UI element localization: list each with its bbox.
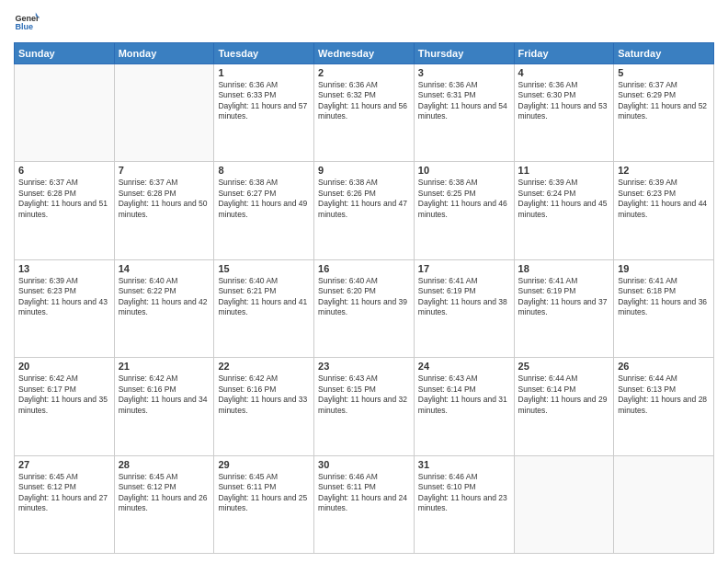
day-number: 4 (518, 67, 610, 78)
calendar-cell: 6Sunrise: 6:37 AM Sunset: 6:28 PM Daylig… (15, 162, 115, 259)
weekday-header-saturday: Saturday (614, 43, 714, 64)
calendar-cell: 29Sunrise: 6:45 AM Sunset: 6:11 PM Dayli… (214, 455, 314, 553)
day-number: 16 (318, 263, 410, 274)
weekday-header-thursday: Thursday (414, 43, 514, 64)
calendar-week-2: 6Sunrise: 6:37 AM Sunset: 6:28 PM Daylig… (15, 162, 714, 259)
calendar-table: SundayMondayTuesdayWednesdayThursdayFrid… (14, 42, 714, 554)
cell-info: Sunrise: 6:42 AM Sunset: 6:17 PM Dayligh… (18, 373, 110, 416)
calendar-week-1: 1Sunrise: 6:36 AM Sunset: 6:33 PM Daylig… (15, 64, 714, 162)
svg-text:Blue: Blue (15, 22, 33, 31)
day-number: 15 (218, 263, 310, 274)
calendar-cell: 23Sunrise: 6:43 AM Sunset: 6:15 PM Dayli… (314, 358, 415, 455)
header: General Blue (14, 9, 714, 35)
day-number: 7 (119, 165, 210, 176)
calendar-cell: 11Sunrise: 6:39 AM Sunset: 6:24 PM Dayli… (514, 162, 614, 259)
calendar-cell: 22Sunrise: 6:42 AM Sunset: 6:16 PM Dayli… (214, 358, 314, 455)
cell-info: Sunrise: 6:45 AM Sunset: 6:12 PM Dayligh… (18, 472, 110, 514)
cell-info: Sunrise: 6:40 AM Sunset: 6:20 PM Dayligh… (318, 276, 410, 318)
cell-info: Sunrise: 6:36 AM Sunset: 6:33 PM Dayligh… (218, 80, 310, 122)
calendar-cell: 28Sunrise: 6:45 AM Sunset: 6:12 PM Dayli… (114, 455, 214, 553)
calendar-cell: 21Sunrise: 6:42 AM Sunset: 6:16 PM Dayli… (114, 358, 214, 455)
calendar-cell (514, 455, 614, 553)
calendar-cell: 14Sunrise: 6:40 AM Sunset: 6:22 PM Dayli… (114, 259, 214, 357)
cell-info: Sunrise: 6:39 AM Sunset: 6:23 PM Dayligh… (18, 276, 110, 318)
day-number: 25 (518, 361, 610, 372)
calendar-cell: 26Sunrise: 6:44 AM Sunset: 6:13 PM Dayli… (614, 358, 714, 455)
day-number: 28 (119, 459, 210, 470)
cell-info: Sunrise: 6:36 AM Sunset: 6:32 PM Dayligh… (318, 80, 410, 122)
calendar-cell: 17Sunrise: 6:41 AM Sunset: 6:19 PM Dayli… (414, 259, 514, 357)
cell-info: Sunrise: 6:37 AM Sunset: 6:28 PM Dayligh… (18, 178, 110, 220)
calendar-cell: 25Sunrise: 6:44 AM Sunset: 6:14 PM Dayli… (514, 358, 614, 455)
cell-info: Sunrise: 6:36 AM Sunset: 6:30 PM Dayligh… (518, 80, 610, 122)
day-number: 24 (418, 361, 510, 372)
calendar-week-5: 27Sunrise: 6:45 AM Sunset: 6:12 PM Dayli… (15, 455, 714, 553)
weekday-header-monday: Monday (114, 43, 214, 64)
cell-info: Sunrise: 6:38 AM Sunset: 6:27 PM Dayligh… (218, 178, 310, 220)
cell-info: Sunrise: 6:42 AM Sunset: 6:16 PM Dayligh… (218, 373, 310, 416)
day-number: 6 (18, 165, 110, 176)
cell-info: Sunrise: 6:41 AM Sunset: 6:19 PM Dayligh… (518, 276, 610, 318)
weekday-header-tuesday: Tuesday (214, 43, 314, 64)
cell-info: Sunrise: 6:41 AM Sunset: 6:19 PM Dayligh… (418, 276, 510, 318)
day-number: 10 (418, 165, 510, 176)
day-number: 19 (618, 263, 710, 274)
calendar-cell: 19Sunrise: 6:41 AM Sunset: 6:18 PM Dayli… (614, 259, 714, 357)
day-number: 3 (418, 67, 510, 78)
calendar-cell (114, 64, 214, 162)
day-number: 13 (18, 263, 110, 274)
cell-info: Sunrise: 6:37 AM Sunset: 6:28 PM Dayligh… (119, 178, 210, 220)
logo: General Blue (14, 9, 43, 35)
calendar-cell: 27Sunrise: 6:45 AM Sunset: 6:12 PM Dayli… (15, 455, 115, 553)
day-number: 5 (618, 67, 710, 78)
cell-info: Sunrise: 6:43 AM Sunset: 6:15 PM Dayligh… (318, 373, 410, 416)
day-number: 11 (518, 165, 610, 176)
day-number: 8 (218, 165, 310, 176)
calendar-cell (15, 64, 115, 162)
day-number: 29 (218, 459, 310, 470)
day-number: 21 (119, 361, 210, 372)
day-number: 1 (218, 67, 310, 78)
calendar-cell: 31Sunrise: 6:46 AM Sunset: 6:10 PM Dayli… (414, 455, 514, 553)
calendar-cell: 12Sunrise: 6:39 AM Sunset: 6:23 PM Dayli… (614, 162, 714, 259)
day-number: 22 (218, 361, 310, 372)
cell-info: Sunrise: 6:39 AM Sunset: 6:24 PM Dayligh… (518, 178, 610, 220)
day-number: 30 (318, 459, 410, 470)
day-number: 14 (119, 263, 210, 274)
calendar-cell: 3Sunrise: 6:36 AM Sunset: 6:31 PM Daylig… (414, 64, 514, 162)
calendar-cell: 8Sunrise: 6:38 AM Sunset: 6:27 PM Daylig… (214, 162, 314, 259)
calendar-week-4: 20Sunrise: 6:42 AM Sunset: 6:17 PM Dayli… (15, 358, 714, 455)
calendar-cell: 30Sunrise: 6:46 AM Sunset: 6:11 PM Dayli… (314, 455, 415, 553)
calendar-cell: 15Sunrise: 6:40 AM Sunset: 6:21 PM Dayli… (214, 259, 314, 357)
day-number: 18 (518, 263, 610, 274)
calendar-cell: 4Sunrise: 6:36 AM Sunset: 6:30 PM Daylig… (514, 64, 614, 162)
calendar-cell: 1Sunrise: 6:36 AM Sunset: 6:33 PM Daylig… (214, 64, 314, 162)
calendar-cell: 16Sunrise: 6:40 AM Sunset: 6:20 PM Dayli… (314, 259, 415, 357)
weekday-header-friday: Friday (514, 43, 614, 64)
calendar-cell: 18Sunrise: 6:41 AM Sunset: 6:19 PM Dayli… (514, 259, 614, 357)
calendar-cell: 10Sunrise: 6:38 AM Sunset: 6:25 PM Dayli… (414, 162, 514, 259)
day-number: 17 (418, 263, 510, 274)
day-number: 2 (318, 67, 410, 78)
cell-info: Sunrise: 6:37 AM Sunset: 6:29 PM Dayligh… (618, 80, 710, 122)
day-number: 31 (418, 459, 510, 470)
calendar-cell: 7Sunrise: 6:37 AM Sunset: 6:28 PM Daylig… (114, 162, 214, 259)
cell-info: Sunrise: 6:38 AM Sunset: 6:25 PM Dayligh… (418, 178, 510, 220)
calendar-cell: 5Sunrise: 6:37 AM Sunset: 6:29 PM Daylig… (614, 64, 714, 162)
cell-info: Sunrise: 6:38 AM Sunset: 6:26 PM Dayligh… (318, 178, 410, 220)
cell-info: Sunrise: 6:43 AM Sunset: 6:14 PM Dayligh… (418, 373, 510, 416)
cell-info: Sunrise: 6:39 AM Sunset: 6:23 PM Dayligh… (618, 178, 710, 220)
cell-info: Sunrise: 6:46 AM Sunset: 6:10 PM Dayligh… (418, 472, 510, 514)
page: General Blue SundayMondayTuesdayWednesda… (0, 0, 728, 563)
day-number: 26 (618, 361, 710, 372)
cell-info: Sunrise: 6:44 AM Sunset: 6:13 PM Dayligh… (618, 373, 710, 416)
day-number: 9 (318, 165, 410, 176)
day-number: 23 (318, 361, 410, 372)
cell-info: Sunrise: 6:45 AM Sunset: 6:11 PM Dayligh… (218, 472, 310, 514)
logo-icon: General Blue (14, 9, 40, 35)
calendar-cell: 20Sunrise: 6:42 AM Sunset: 6:17 PM Dayli… (15, 358, 115, 455)
calendar-cell (614, 455, 714, 553)
cell-info: Sunrise: 6:40 AM Sunset: 6:21 PM Dayligh… (218, 276, 310, 318)
calendar-week-3: 13Sunrise: 6:39 AM Sunset: 6:23 PM Dayli… (15, 259, 714, 357)
cell-info: Sunrise: 6:41 AM Sunset: 6:18 PM Dayligh… (618, 276, 710, 318)
